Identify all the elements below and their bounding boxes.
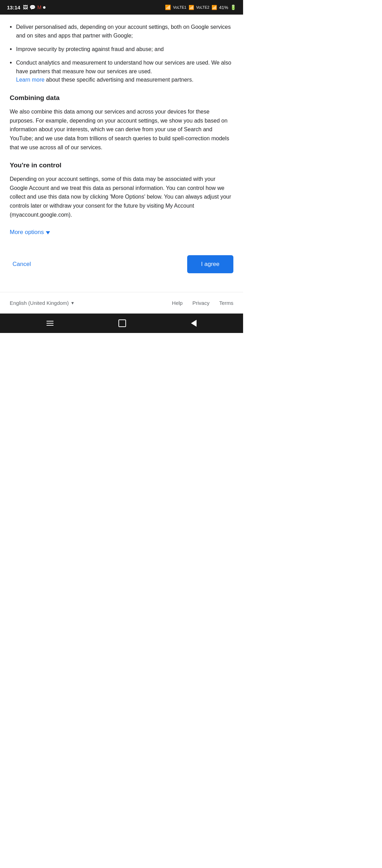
cancel-button[interactable]: Cancel	[10, 257, 34, 272]
bullet-text-3-after: about these specific advertising and mea…	[44, 77, 193, 83]
actions-row: Cancel I agree	[10, 250, 233, 284]
bullet-text-3: Conduct analytics and measurement to und…	[16, 59, 233, 84]
help-link[interactable]: Help	[172, 300, 183, 306]
privacy-link[interactable]: Privacy	[192, 300, 209, 306]
agree-button[interactable]: I agree	[187, 255, 233, 273]
control-body: Depending on your account settings, some…	[10, 175, 233, 219]
list-item: Improve security by protecting against f…	[10, 45, 233, 54]
list-item: Conduct analytics and measurement to und…	[10, 59, 233, 84]
footer: English (United Kingdom) ▼ Help Privacy …	[0, 292, 243, 314]
status-bar: 13:14 🖼 💬 M 📶 VoLTE1 📶 VoLTE2 📶 41% 🔋	[0, 0, 243, 15]
wifi-icon: 📶	[165, 5, 171, 10]
chevron-down-icon	[46, 231, 50, 234]
language-dropdown-arrow: ▼	[70, 301, 75, 306]
notification-dot	[43, 6, 45, 9]
status-icons: 🖼 💬 M	[23, 5, 45, 10]
more-options-label: More options	[10, 229, 44, 236]
more-options-link[interactable]: More options	[10, 229, 50, 236]
battery-icon: 🔋	[230, 5, 236, 10]
lte1-label: VoLTE1	[173, 5, 186, 9]
nav-home-button[interactable]	[118, 319, 126, 327]
image-icon: 🖼	[23, 5, 28, 10]
status-time: 13:14	[7, 5, 20, 10]
nav-back-button[interactable]	[191, 320, 197, 327]
hamburger-icon	[47, 321, 53, 326]
nav-menu-button[interactable]	[47, 321, 53, 326]
bullet-text-1: Deliver personalised ads, depending on y…	[16, 23, 233, 40]
back-icon	[191, 320, 197, 327]
home-icon	[118, 319, 126, 327]
bullet-list: Deliver personalised ads, depending on y…	[10, 23, 233, 84]
control-heading: You're in control	[10, 161, 233, 169]
navigation-bar	[0, 314, 243, 333]
learn-more-link[interactable]: Learn more	[16, 77, 44, 83]
bullet-text-3-before: Conduct analytics and measurement to und…	[16, 60, 231, 74]
language-selector[interactable]: English (United Kingdom) ▼	[10, 300, 75, 306]
signal2-icon: 📶	[211, 5, 217, 10]
terms-link[interactable]: Terms	[219, 300, 233, 306]
battery-percentage: 41%	[219, 5, 228, 10]
lte2-label: VoLTE2	[196, 5, 209, 9]
status-left: 13:14 🖼 💬 M	[7, 5, 45, 10]
combining-data-body: We also combine this data among our serv…	[10, 107, 233, 152]
bullet-text-2: Improve security by protecting against f…	[16, 45, 164, 54]
more-options-row: More options	[10, 229, 233, 236]
gmail-icon: M	[37, 5, 41, 10]
chat-icon: 💬	[30, 5, 35, 10]
combining-data-heading: Combining data	[10, 94, 233, 102]
signal1-icon: 📶	[189, 5, 194, 10]
footer-links: Help Privacy Terms	[172, 300, 233, 306]
list-item: Deliver personalised ads, depending on y…	[10, 23, 233, 40]
main-content: Deliver personalised ads, depending on y…	[0, 15, 243, 292]
status-right: 📶 VoLTE1 📶 VoLTE2 📶 41% 🔋	[165, 5, 236, 10]
language-label: English (United Kingdom)	[10, 300, 69, 306]
